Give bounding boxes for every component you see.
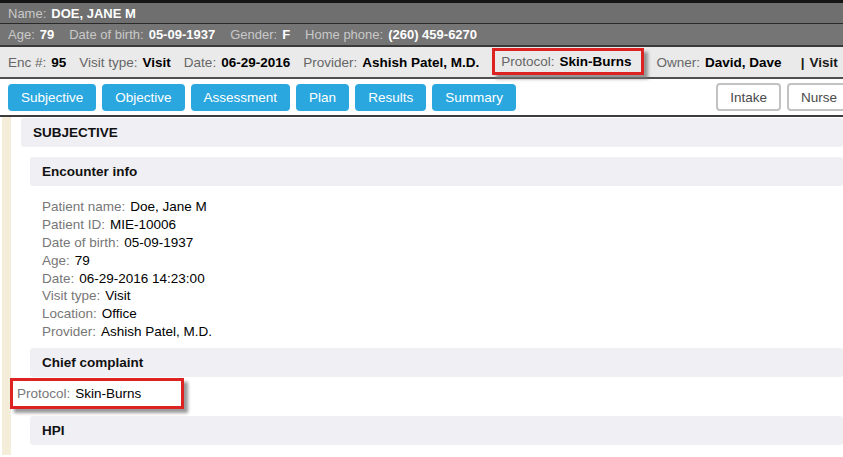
patient-name-value: DOE, JANE M xyxy=(51,6,136,21)
enc-number-field: Enc #: 95 xyxy=(8,55,66,70)
info-age: Age: 79 xyxy=(42,251,843,269)
encounter-info-block: Patient name: Doe, Jane M Patient ID: MI… xyxy=(13,198,843,340)
encounter-links: | Visit | View Visit | xyxy=(801,55,843,70)
visit-type-label: Visit type: xyxy=(79,55,137,70)
info-provider: Provider: Ashish Patel, M.D. xyxy=(42,323,843,341)
patient-name-field: Name: DOE, JANE M xyxy=(8,6,136,21)
patient-name-banner: Name: DOE, JANE M xyxy=(0,0,843,24)
provider-label: Provider: xyxy=(303,55,357,70)
subjective-heading-text: SUBJECTIVE xyxy=(33,125,118,140)
pipe-divider: | xyxy=(801,55,805,70)
protocol-field: Protocol: Skin-Burns xyxy=(501,54,631,69)
encounter-info-bar: Enc #: 95 Visit type: Visit Date: 06-29-… xyxy=(0,47,843,79)
right-button-group: Intake Nurse xyxy=(716,83,843,111)
info-visit-type: Visit type: Visit xyxy=(42,287,843,305)
dob-label: Date of birth: xyxy=(69,27,143,42)
nurse-button[interactable]: Nurse xyxy=(787,83,843,111)
hpi-heading-text: HPI xyxy=(42,423,65,438)
visit-type-field: Visit type: Visit xyxy=(79,55,171,70)
home-phone-label: Home phone: xyxy=(305,27,383,42)
tab-objective[interactable]: Objective xyxy=(102,84,184,111)
tab-subjective[interactable]: Subjective xyxy=(8,84,96,111)
owner-field: Owner: David, Dave xyxy=(657,55,782,70)
protocol-label: Protocol: xyxy=(501,54,554,69)
home-phone-value: (260) 459-6270 xyxy=(388,27,477,42)
protocol-annotation-box: Protocol: Skin-Burns xyxy=(492,48,643,75)
home-phone-field: Home phone: (260) 459-6270 xyxy=(305,27,477,42)
section-tabs-bar: Subjective Objective Assessment Plan Res… xyxy=(0,79,843,117)
tab-summary[interactable]: Summary xyxy=(432,84,516,111)
age-value: 79 xyxy=(40,27,54,42)
owner-value: David, Dave xyxy=(705,55,782,70)
visit-type-value: Visit xyxy=(143,55,171,70)
tab-plan[interactable]: Plan xyxy=(296,84,349,111)
enc-date-label: Date: xyxy=(184,55,216,70)
enc-number-label: Enc #: xyxy=(8,55,46,70)
gender-field: Gender: F xyxy=(230,27,290,42)
info-location: Location: Office xyxy=(42,305,843,323)
enc-number-value: 95 xyxy=(51,55,66,70)
note-content-area: SUBJECTIVE Encounter info Patient name: … xyxy=(0,117,843,455)
info-patient-id: Patient ID: MIE-10006 xyxy=(42,216,843,234)
intake-button[interactable]: Intake xyxy=(716,83,781,111)
gender-label: Gender: xyxy=(230,27,277,42)
tab-results[interactable]: Results xyxy=(355,84,426,111)
tab-assessment[interactable]: Assessment xyxy=(191,84,291,111)
provider-value: Ashish Patel, M.D. xyxy=(362,55,479,70)
chief-complaint-protocol-annotation-box: Protocol: Skin-Burns xyxy=(10,378,184,409)
visit-link[interactable]: Visit xyxy=(809,55,837,70)
dob-value: 05-09-1937 xyxy=(149,27,216,42)
cc-protocol-value: Skin-Burns xyxy=(75,386,141,401)
enc-date-value: 06-29-2016 xyxy=(221,55,290,70)
chief-complaint-heading: Chief complaint xyxy=(30,348,843,377)
encounter-info-heading: Encounter info xyxy=(30,157,843,186)
hpi-heading: HPI xyxy=(30,416,843,445)
age-label: Age: xyxy=(8,27,35,42)
subjective-section-heading: SUBJECTIVE xyxy=(21,118,843,147)
enc-date-field: Date: 06-29-2016 xyxy=(184,55,290,70)
chief-complaint-heading-text: Chief complaint xyxy=(42,355,143,370)
owner-label: Owner: xyxy=(657,55,701,70)
provider-field: Provider: Ashish Patel, M.D. xyxy=(303,55,479,70)
encounter-info-heading-text: Encounter info xyxy=(42,164,137,179)
info-date: Date: 06-29-2016 14:23:00 xyxy=(42,269,843,287)
protocol-value: Skin-Burns xyxy=(560,54,632,69)
dob-field: Date of birth: 05-09-1937 xyxy=(69,27,215,42)
gender-value: F xyxy=(282,27,290,42)
age-field: Age: 79 xyxy=(8,27,54,42)
info-dob: Date of birth: 05-09-1937 xyxy=(42,234,843,252)
patient-name-label: Name: xyxy=(8,6,46,21)
cc-protocol-label: Protocol: xyxy=(17,386,70,401)
patient-demographics-banner: Age: 79 Date of birth: 05-09-1937 Gender… xyxy=(0,24,843,47)
info-patient-name: Patient name: Doe, Jane M xyxy=(42,198,843,216)
